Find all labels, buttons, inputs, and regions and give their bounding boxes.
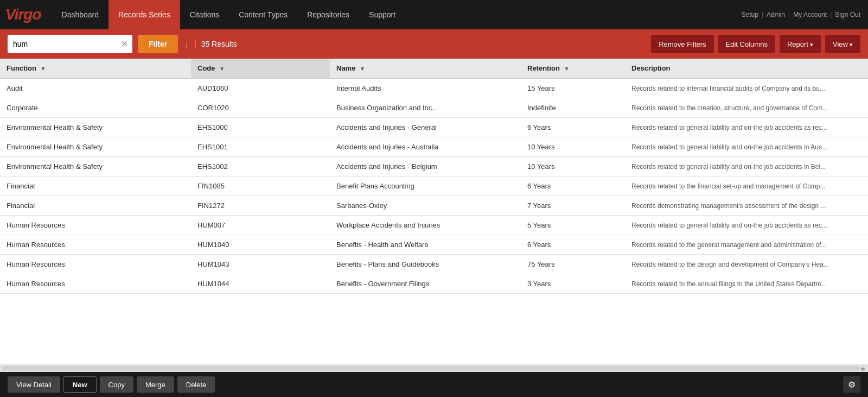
nav-my-account[interactable]: My Account [793,11,827,18]
table-row[interactable]: Environmental Health & SafetyEHS1002Acci… [0,157,868,177]
delete-button[interactable]: Delete [177,376,215,393]
view-detail-button[interactable]: View Detail [8,376,60,393]
records-table: Function ▼ Code ▼ Name ▼ Retention ▼ Des… [0,59,868,294]
nav-item-support[interactable]: Support [359,0,405,29]
scroll-right-arrow[interactable]: ▶ [861,366,868,371]
nav-item-repositories[interactable]: Repositories [297,0,359,29]
new-button[interactable]: New [63,376,97,393]
table-body: AuditAUD1060Internal Audits15 YearsRecor… [0,78,868,294]
nav-sep-1: | [762,11,763,18]
results-count: 35 Results [195,40,237,48]
app-logo: Virgo [5,6,41,23]
search-clear-icon[interactable]: ✕ [121,40,128,48]
nav-sep-2: | [788,11,790,18]
nav-item-citations[interactable]: Citations [180,0,229,29]
horizontal-scrollbar[interactable]: ▶ [0,364,868,372]
top-navigation: Virgo Dashboard Records Series Citations… [0,0,868,29]
search-bar: ✕ Filter | 35 Results Remove Filters Edi… [0,29,868,59]
search-input[interactable] [8,35,132,53]
table-row[interactable]: Environmental Health & SafetyEHS1001Acci… [0,137,868,157]
retention-sort-icon: ▼ [564,66,570,72]
nav-sep-3: | [830,11,832,18]
view-button[interactable]: View [825,35,860,53]
table-row[interactable]: Human ResourcesHUM007Workplace Accidents… [0,216,868,235]
col-name[interactable]: Name ▼ [330,59,521,78]
scroll-track [2,366,859,370]
table-row[interactable]: Human ResourcesHUM1044Benefits - Governm… [0,274,868,294]
bottom-bar: View Detail New Copy Merge Delete ⚙ [0,372,868,397]
table-row[interactable]: CorporateCOR1020Business Organization an… [0,98,868,118]
name-sort-icon: ▼ [360,66,365,72]
col-function[interactable]: Function ▼ [0,59,191,78]
nav-item-records-series[interactable]: Records Series [108,0,180,29]
code-sort-icon: ▼ [219,66,225,72]
col-code[interactable]: Code ▼ [191,59,330,78]
nav-item-dashboard[interactable]: Dashboard [52,0,109,29]
remove-filters-button[interactable]: Remove Filters [651,35,713,53]
nav-right: Setup | Admin | My Account | Sign Out [742,11,868,18]
report-button[interactable]: Report [780,35,821,53]
merge-button[interactable]: Merge [137,376,174,393]
search-input-wrap: ✕ [8,35,132,53]
col-retention[interactable]: Retention ▼ [521,59,625,78]
edit-columns-button[interactable]: Edit Columns [718,35,775,53]
table-row[interactable]: FinancialFIN1085Benefit Plans Accounting… [0,177,868,196]
col-description: Description [625,59,868,78]
table-row[interactable]: Human ResourcesHUM1040Benefits - Health … [0,235,868,255]
function-sort-icon: ▼ [41,66,46,72]
table-row[interactable]: Human ResourcesHUM1043Benefits - Plans a… [0,255,868,274]
copy-button[interactable]: Copy [100,376,133,393]
nav-sign-out[interactable]: Sign Out [835,11,860,18]
filter-button[interactable]: Filter [138,35,178,53]
table-row[interactable]: FinancialFIN1272Sarbanes-Oxley7 YearsRec… [0,196,868,216]
nav-setup[interactable]: Setup [742,11,758,18]
settings-gear-button[interactable]: ⚙ [843,376,860,393]
table-container: Function ▼ Code ▼ Name ▼ Retention ▼ Des… [0,59,868,364]
table-row[interactable]: AuditAUD1060Internal Audits15 YearsRecor… [0,78,868,98]
table-header: Function ▼ Code ▼ Name ▼ Retention ▼ Des… [0,59,868,78]
nav-items: Dashboard Records Series Citations Conte… [52,0,406,29]
table-row[interactable]: Environmental Health & SafetyEHS1000Acci… [0,118,868,137]
nav-admin[interactable]: Admin [767,11,785,18]
search-bar-right: Remove Filters Edit Columns Report View [651,35,860,53]
nav-item-content-types[interactable]: Content Types [229,0,297,29]
